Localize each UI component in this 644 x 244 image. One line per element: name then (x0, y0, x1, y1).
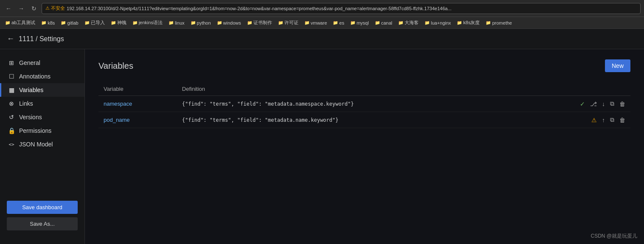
table-row: namespace {"find": "terms", "field": "me… (98, 96, 630, 112)
variable-definition: {"find": "terms", "field": "metadata.nam… (182, 101, 354, 107)
table-body: namespace {"find": "terms", "field": "me… (98, 96, 630, 128)
sidebar-item-label: Variables (19, 87, 43, 93)
folder-icon: 📁 (457, 20, 462, 25)
folder-icon: 📁 (5, 20, 10, 25)
links-icon: ⊗ (8, 100, 15, 107)
new-variable-button[interactable]: New (605, 59, 630, 72)
content-title: Variables (98, 61, 133, 71)
variable-definition: {"find": "terms", "field": "metadata.nam… (182, 117, 338, 123)
row-actions: ⚠ ↑ ⧉ 🗑 (551, 116, 625, 123)
sidebar-bottom: Save dashboard Save As... (0, 194, 84, 237)
bookmarks-bar: const bdata = JSON.parse(document.getEle… (0, 17, 644, 29)
bookmark-item[interactable]: 📁已导入 (82, 19, 107, 27)
delete-icon[interactable]: 🗑 (619, 117, 625, 123)
folder-icon: 📁 (169, 20, 174, 25)
sidebar-item-label: General (19, 59, 40, 66)
bookmark-item[interactable]: 📁jenkins语法 (130, 19, 165, 27)
bookmark-item[interactable]: 📁vmware (302, 20, 330, 26)
watermark: CSDN @就是玩蛋儿 (591, 233, 637, 240)
versions-icon: ↺ (8, 114, 15, 121)
folder-icon: 📁 (191, 20, 196, 25)
bookmark-item[interactable]: 📁windows (214, 20, 244, 26)
row-actions: ✓ ⎇ ↓ ⧉ 🗑 (551, 100, 625, 107)
folder-icon: 📁 (350, 20, 355, 25)
browser-bar: ← → ↻ ⚠ 不安全 192.168.14.27:30100/d/2-Npet… (0, 0, 644, 17)
folder-icon: 📁 (425, 20, 430, 25)
branch-icon[interactable]: ⎇ (590, 101, 597, 107)
bookmark-item[interactable]: 📁linux (166, 20, 187, 26)
col-definition: Definition (177, 82, 546, 96)
bookmark-item[interactable]: 📁ab工具测试 (3, 19, 38, 27)
top-header: ← 1111 / Settings (0, 29, 644, 49)
forward-nav-button[interactable]: → (16, 3, 26, 14)
sidebar-item-annotations[interactable]: ☐ Annotations (0, 70, 84, 83)
permissions-icon: 🔒 (8, 127, 15, 134)
move-down-icon[interactable]: ↓ (602, 101, 605, 107)
bookmark-item[interactable]: 📁promethe (483, 20, 514, 26)
status-ok-icon: ✓ (580, 101, 585, 107)
table-row: pod_name {"find": "terms", "field": "met… (98, 112, 630, 128)
folder-icon: 📁 (217, 20, 222, 25)
json-model-icon: <> (8, 142, 15, 147)
bookmark-item[interactable]: 📁k8s灰度 (454, 19, 482, 27)
folder-icon: 📁 (278, 20, 283, 25)
folder-icon: 📁 (247, 20, 252, 25)
save-as-button[interactable]: Save As... (7, 217, 78, 230)
bookmark-item[interactable]: 📁mysql (348, 20, 371, 26)
sidebar-item-label: Links (19, 100, 33, 107)
table-header: Variable Definition (98, 82, 630, 96)
folder-icon: 📁 (398, 20, 403, 25)
bookmark-item[interactable]: 📁证书制作 (245, 19, 275, 27)
status-warn-icon: ⚠ (591, 117, 597, 123)
sidebar-item-label: Annotations (19, 73, 51, 80)
security-icon: ⚠ 不安全 (45, 5, 65, 11)
copy-icon[interactable]: ⧉ (610, 100, 614, 107)
folder-icon: 📁 (61, 20, 66, 25)
content-area: Variables New Variable Definition namesp… (85, 49, 644, 244)
bookmark-item[interactable]: 📁许可证 (276, 19, 301, 27)
sidebar-item-permissions[interactable]: 🔒 Permissions (0, 124, 84, 137)
bookmark-item[interactable]: 📁canal (372, 20, 395, 26)
folder-icon: 📁 (375, 20, 380, 25)
delete-icon[interactable]: 🗑 (619, 101, 625, 107)
address-text: 192.168.14.27:30100/d/2-Npetp4z/1111?edi… (67, 6, 451, 11)
folder-icon: 📁 (333, 20, 338, 25)
reload-nav-button[interactable]: ↻ (29, 3, 39, 14)
sidebar-item-variables[interactable]: ▦ Variables (0, 83, 84, 97)
variable-name-link[interactable]: pod_name (104, 117, 129, 123)
back-nav-button[interactable]: ← (3, 3, 14, 14)
bookmark-item[interactable]: 📁lua+nginx (422, 20, 453, 26)
bookmark-item[interactable]: 📁gitlab (58, 20, 81, 26)
sidebar-item-versions[interactable]: ↺ Versions (0, 110, 84, 124)
folder-icon: 📁 (486, 20, 491, 25)
variables-table: Variable Definition namespace {"find": "… (98, 82, 630, 128)
annotations-icon: ☐ (8, 73, 15, 80)
folder-icon: 📁 (304, 20, 309, 25)
save-dashboard-button[interactable]: Save dashboard (7, 201, 78, 214)
sidebar: ⊞ General ☐ Annotations ▦ Variables ⊗ Li… (0, 49, 85, 244)
sidebar-item-links[interactable]: ⊗ Links (0, 97, 84, 110)
folder-icon: 📁 (111, 20, 116, 25)
main-layout: ⊞ General ☐ Annotations ▦ Variables ⊗ Li… (0, 49, 644, 244)
bookmark-item[interactable]: 📁大海客 (396, 19, 421, 27)
address-bar[interactable]: ⚠ 不安全 192.168.14.27:30100/d/2-Npetp4z/11… (42, 3, 641, 14)
copy-icon[interactable]: ⧉ (610, 116, 614, 123)
sidebar-item-label: Versions (19, 114, 42, 121)
app-container: ← 1111 / Settings ⊞ General ☐ Annotation… (0, 29, 644, 244)
sidebar-item-label: Permissions (19, 127, 51, 134)
move-up-icon[interactable]: ↑ (602, 117, 605, 123)
bookmark-item[interactable]: 📁神魄 (108, 19, 129, 27)
folder-icon: 📁 (84, 20, 90, 25)
variables-icon: ▦ (8, 87, 15, 93)
col-variable: Variable (98, 82, 177, 96)
bookmark-item[interactable]: 📁python (188, 20, 214, 26)
sidebar-item-label: JSON Model (19, 141, 53, 148)
folder-icon: 📁 (41, 20, 46, 25)
sidebar-item-json-model[interactable]: <> JSON Model (0, 137, 84, 151)
sidebar-item-general[interactable]: ⊞ General (0, 56, 84, 70)
variable-name-link[interactable]: namespace (104, 101, 132, 107)
back-button[interactable]: ← (7, 34, 14, 43)
bookmark-item[interactable]: 📁es (330, 20, 347, 26)
content-header: Variables New (98, 59, 630, 72)
bookmark-item[interactable]: 📁k8s (39, 20, 57, 26)
